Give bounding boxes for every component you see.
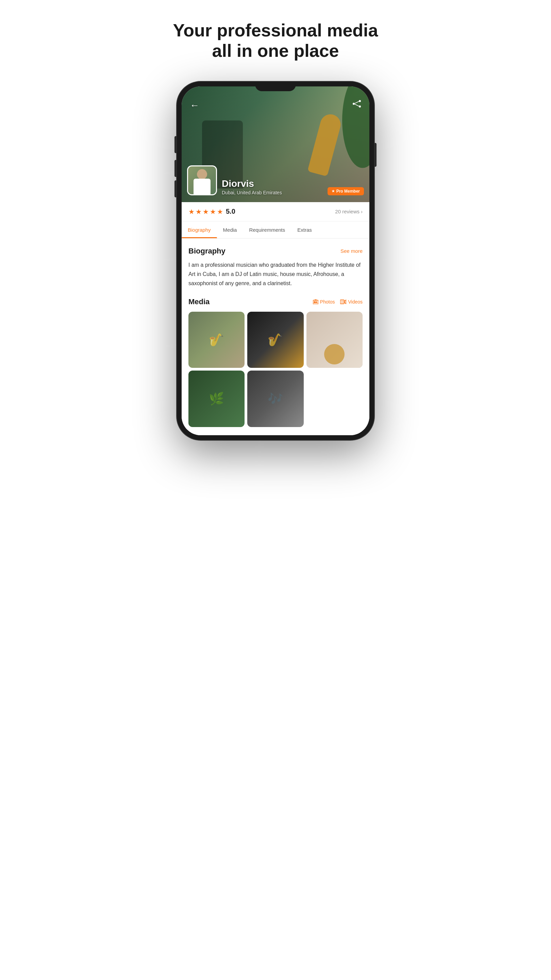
page-headline: Your professional media all in one place xyxy=(173,21,378,61)
star-3: ★ xyxy=(203,208,209,216)
profile-row: Diorvis Dubai, United Arab Emirates xyxy=(187,165,282,195)
svg-rect-5 xyxy=(313,300,318,304)
tab-extras[interactable]: Extras xyxy=(291,221,318,238)
star-2: ★ xyxy=(195,208,202,216)
star-4: ★ xyxy=(210,208,216,216)
pro-badge: ★ Pro Member xyxy=(327,187,364,195)
media-header: Media Photos xyxy=(189,298,362,306)
stars: ★ ★ ★ ★ ★ xyxy=(189,208,223,216)
rating-number: 5.0 xyxy=(226,208,235,215)
profile-info: Diorvis Dubai, United Arab Emirates xyxy=(222,179,282,195)
tab-biography[interactable]: Biography xyxy=(182,221,217,238)
tab-requirements[interactable]: Requiremments xyxy=(243,221,291,238)
svg-rect-9 xyxy=(340,300,344,304)
media-thumb-1[interactable]: 🎷 xyxy=(189,312,245,368)
media-thumb-4[interactable]: 🌿 xyxy=(189,371,245,427)
profile-name: Diorvis xyxy=(222,179,282,189)
chevron-right-icon: › xyxy=(361,208,362,215)
svg-rect-8 xyxy=(314,299,317,301)
rating-row: ★ ★ ★ ★ ★ 5.0 20 reviews › xyxy=(182,202,369,221)
media-thumb-5[interactable]: 🎶 xyxy=(247,371,303,427)
phone-mockup: ← Diorvis D xyxy=(177,82,374,440)
media-title: Media xyxy=(189,298,210,306)
media-links: Photos Videos xyxy=(313,299,362,305)
reviews-link[interactable]: 20 reviews › xyxy=(335,208,362,215)
profile-location: Dubai, United Arab Emirates xyxy=(222,190,282,195)
biography-text: I am a professional musician who graduat… xyxy=(189,260,362,288)
star-1: ★ xyxy=(189,208,195,216)
back-button[interactable]: ← xyxy=(190,100,199,111)
pro-star-icon: ★ xyxy=(332,189,335,193)
videos-link[interactable]: Videos xyxy=(340,299,362,305)
svg-line-3 xyxy=(355,102,359,103)
hero-banner: ← Diorvis D xyxy=(182,86,369,202)
svg-point-7 xyxy=(314,301,315,303)
star-5: ★ xyxy=(217,208,223,216)
media-thumb-3[interactable] xyxy=(306,312,362,368)
content-area: Biography See more I am a professional m… xyxy=(182,239,369,435)
tab-media[interactable]: Media xyxy=(217,221,243,238)
svg-point-2 xyxy=(353,103,355,105)
svg-point-1 xyxy=(359,105,361,108)
phone-screen: ← Diorvis D xyxy=(182,86,369,435)
avatar xyxy=(187,165,217,195)
photos-link[interactable]: Photos xyxy=(313,299,335,305)
svg-point-0 xyxy=(359,100,361,102)
see-more-button[interactable]: See more xyxy=(340,248,362,254)
notch xyxy=(255,82,296,91)
media-grid: 🎷 🎷 🌿 🎶 xyxy=(189,312,362,427)
share-button[interactable] xyxy=(353,100,361,110)
media-thumb-2[interactable]: 🎷 xyxy=(247,312,303,368)
biography-title: Biography xyxy=(189,247,225,256)
svg-line-4 xyxy=(355,104,359,106)
biography-header: Biography See more xyxy=(189,247,362,256)
tabs-row: Biography Media Requiremments Extras xyxy=(182,221,369,239)
